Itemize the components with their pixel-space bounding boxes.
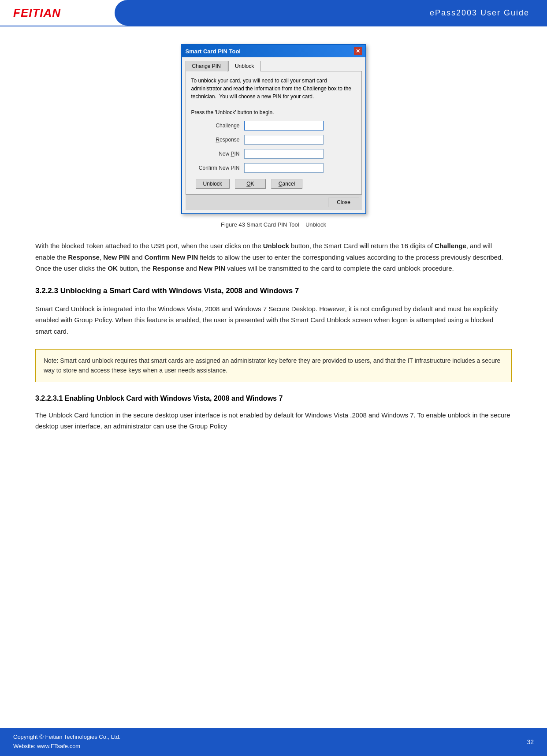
header-title: ePass2003 User Guide [430, 8, 529, 18]
dialog-buttons: Unblock OK Cancel [191, 179, 356, 189]
subsection-heading: 3.2.2.3.1 Enabling Unblock Card with Win… [35, 395, 512, 402]
challenge-row: Challenge [191, 121, 356, 130]
figure-caption: Figure 43 Smart Card PIN Tool – Unblock [35, 221, 512, 228]
body-paragraph: With the blocked Token attached to the U… [35, 240, 512, 274]
challenge-bold: Challenge [435, 242, 466, 250]
tab-content: To unblock your card, you will need to c… [186, 71, 362, 194]
ok-bold: OK [108, 264, 118, 272]
dialog-description: To unblock your card, you will need to c… [191, 77, 356, 116]
dialog-bottom-bar: Close [186, 194, 362, 210]
feitian-logo: FEITIAN [13, 6, 61, 19]
footer: Copyright © Feitian Technologies Co., Lt… [0, 728, 547, 756]
new-pin-label: New PIN [191, 151, 244, 157]
new-pin-bold2: New PIN [199, 264, 225, 272]
tab-unblock[interactable]: Unblock [228, 61, 260, 71]
footer-copyright: Copyright © Feitian Technologies Co., Lt… [13, 733, 120, 751]
response-bold2: Response [153, 264, 184, 272]
new-pin-bold: New PIN [103, 253, 130, 261]
dialog-tabs: Change PIN Unblock [186, 61, 362, 71]
footer-line1: Copyright © Feitian Technologies Co., Lt… [13, 733, 120, 742]
unblock-bold: Unblock [263, 242, 289, 250]
response-label: Response [191, 137, 244, 143]
response-input[interactable] [244, 135, 324, 145]
section-paragraph: Smart Card Unblock is integrated into th… [35, 303, 512, 337]
tab-change-pin[interactable]: Change PIN [186, 61, 227, 71]
dialog-body: Change PIN Unblock To unblock your card,… [182, 57, 365, 213]
footer-page-number: 32 [527, 738, 534, 745]
challenge-input[interactable] [244, 121, 324, 130]
logo-area: FEITIAN [0, 6, 115, 20]
section-heading: 3.2.2.3 Unblocking a Smart Card with Win… [35, 287, 512, 295]
confirm-pin-label: Confirm New PIN [191, 165, 244, 171]
response-bold: Response [68, 253, 100, 261]
response-row: Response [191, 135, 356, 145]
dialog-titlebar: Smart Card PIN Tool ✕ [182, 45, 365, 57]
screenshot-container: Smart Card PIN Tool ✕ Change PIN Unblock [35, 44, 512, 214]
dialog-close-icon[interactable]: ✕ [354, 47, 362, 55]
footer-line2: Website: www.FTsafe.com [13, 742, 120, 751]
win-dialog: Smart Card PIN Tool ✕ Change PIN Unblock [181, 44, 366, 214]
cancel-button[interactable]: Cancel [271, 179, 302, 189]
subsection-paragraph: The Unblock Card function in the secure … [35, 410, 512, 432]
main-content: Smart Card PIN Tool ✕ Change PIN Unblock [0, 26, 547, 462]
new-pin-input[interactable] [244, 149, 324, 159]
close-button[interactable]: Close [328, 197, 359, 207]
challenge-label: Challenge [191, 123, 244, 129]
header-title-bar: ePass2003 User Guide [115, 0, 547, 26]
note-box: Note: Smart card unblock requires that s… [35, 349, 512, 382]
confirm-pin-input[interactable] [244, 163, 324, 173]
new-pin-row: New PIN [191, 149, 356, 159]
unblock-button[interactable]: Unblock [196, 179, 230, 189]
ok-button[interactable]: OK [235, 179, 266, 189]
confirm-pin-row: Confirm New PIN [191, 163, 356, 173]
confirm-new-pin-bold: Confirm New PIN [145, 253, 198, 261]
dialog-title: Smart Card PIN Tool [186, 48, 241, 55]
header: FEITIAN ePass2003 User Guide [0, 0, 547, 26]
